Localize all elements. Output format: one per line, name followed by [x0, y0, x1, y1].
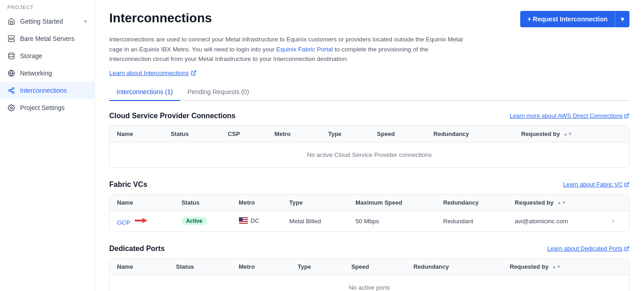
chevron-down-icon: ▾: [84, 18, 87, 25]
tabs-bar: Interconnections (1) Pending Requests (0…: [109, 84, 629, 101]
col-csp: CSP: [220, 126, 267, 142]
col-status: Status: [174, 195, 232, 211]
request-interconnection-button[interactable]: + Request Interconnection ▾: [520, 11, 629, 27]
sidebar-item-project-settings[interactable]: Project Settings: [0, 99, 94, 116]
status-badge: Active: [182, 217, 207, 225]
col-requested-by: Requested by ▲▼: [502, 259, 629, 275]
cloud-section-title: Cloud Service Provider Connections: [109, 112, 235, 120]
sidebar-item-storage[interactable]: Storage: [0, 47, 94, 65]
learn-interconnections-link[interactable]: Learn about Interconnections: [109, 70, 197, 76]
sidebar-item-label: Project Settings: [20, 104, 65, 111]
sidebar: PROJECT Getting Started ▾ Bare Metal Ser…: [0, 0, 95, 291]
svg-marker-12: [142, 218, 147, 223]
col-type: Type: [290, 259, 344, 275]
cloud-section-header: Cloud Service Provider Connections Learn…: [109, 112, 629, 120]
cell-row-arrow[interactable]: ›: [605, 211, 629, 231]
external-link-icon: [191, 70, 197, 76]
sidebar-item-bare-metal[interactable]: Bare Metal Servers: [0, 30, 94, 47]
svg-point-4: [9, 53, 14, 55]
tab-pending-requests[interactable]: Pending Requests (0): [180, 84, 256, 101]
dedicated-table: Name Status Metro Type Speed Redundancy …: [109, 258, 629, 291]
col-requested-by: Requested by ▲▼: [514, 126, 629, 142]
sidebar-item-networking[interactable]: Networking: [0, 65, 94, 82]
gear-icon: [7, 104, 15, 112]
project-label: PROJECT: [0, 0, 94, 13]
col-status: Status: [163, 126, 220, 142]
svg-line-9: [626, 114, 629, 116]
cell-max-speed: 50 Mbps: [348, 211, 436, 231]
metro-flag: DC: [239, 217, 260, 224]
dedicated-section: Dedicated Ports Learn about Dedicated Po…: [109, 245, 629, 291]
sort-icon[interactable]: ▲▼: [557, 201, 566, 205]
col-action: [605, 195, 629, 211]
table-row[interactable]: GCP Active: [110, 211, 629, 231]
col-metro: Metro: [232, 195, 282, 211]
server-icon: [7, 35, 15, 43]
row-navigate-icon[interactable]: ›: [612, 217, 614, 225]
learn-fabric-vc-link[interactable]: Learn about Fabric VC: [563, 181, 629, 188]
svg-rect-0: [8, 35, 14, 38]
cell-redundancy: Redundant: [436, 211, 507, 231]
interconnect-icon: [7, 86, 15, 95]
dropdown-chevron-icon[interactable]: ▾: [615, 11, 629, 27]
col-name: Name: [110, 259, 169, 275]
col-redundancy: Redundancy: [426, 126, 514, 142]
main-content: Interconnections + Request Interconnecti…: [95, 0, 644, 291]
col-max-speed: Maximum Speed: [348, 195, 436, 211]
external-link-icon: [624, 182, 629, 187]
request-button-label: + Request Interconnection: [520, 11, 615, 27]
external-link-icon: [624, 246, 629, 251]
gcp-link[interactable]: GCP: [117, 219, 130, 226]
col-requested-by: Requested by ▲▼: [507, 195, 605, 211]
cell-status: Active: [174, 211, 232, 231]
fabric-portal-link[interactable]: Equinix Fabric Portal: [276, 46, 333, 53]
fabric-section: Fabric VCs Learn about Fabric VC Name St…: [109, 181, 629, 232]
col-name: Name: [110, 195, 174, 211]
svg-line-8: [193, 70, 196, 73]
sidebar-item-label: Networking: [20, 70, 52, 77]
svg-rect-1: [8, 39, 14, 41]
svg-line-10: [626, 182, 629, 185]
dedicated-section-header: Dedicated Ports Learn about Dedicated Po…: [109, 245, 629, 253]
learn-aws-direct-link[interactable]: Learn more about AWS Direct Connections: [510, 112, 629, 119]
cloud-table: Name Status CSP Metro Type Speed Redunda…: [109, 125, 629, 168]
sort-icon[interactable]: ▲▼: [563, 132, 573, 136]
col-name: Name: [110, 126, 163, 142]
svg-line-13: [626, 246, 629, 249]
learn-dedicated-ports-link[interactable]: Learn about Dedicated Ports: [548, 245, 630, 252]
home-icon: [7, 17, 15, 25]
col-status: Status: [169, 259, 232, 275]
sidebar-item-label: Getting Started: [20, 18, 63, 25]
col-redundancy: Redundancy: [406, 259, 502, 275]
col-type: Type: [321, 126, 370, 142]
col-metro: Metro: [267, 126, 321, 142]
fabric-table: Name Status Metro Type Maximum Speed Red…: [109, 194, 629, 232]
sidebar-item-getting-started[interactable]: Getting Started ▾: [0, 13, 94, 30]
col-speed: Speed: [370, 126, 426, 142]
sidebar-item-label: Storage: [20, 52, 42, 60]
col-metro: Metro: [231, 259, 290, 275]
sidebar-item-label: Bare Metal Servers: [20, 35, 75, 42]
tab-interconnections[interactable]: Interconnections (1): [109, 84, 180, 101]
description-text: Interconnections are used to connect you…: [109, 35, 464, 64]
col-speed: Speed: [344, 259, 406, 275]
dedicated-section-title: Dedicated Ports: [109, 245, 165, 253]
fabric-section-header: Fabric VCs Learn about Fabric VC: [109, 181, 629, 189]
page-title: Interconnections: [109, 11, 212, 25]
network-icon: [7, 69, 15, 77]
sidebar-item-label: Interconnections: [20, 87, 67, 94]
cell-name: GCP: [110, 211, 174, 231]
cloud-section: Cloud Service Provider Connections Learn…: [109, 112, 629, 168]
cell-requested-by: avi@atomicinc.com: [507, 211, 605, 231]
page-header: Interconnections + Request Interconnecti…: [109, 11, 629, 27]
us-flag-icon: [239, 217, 248, 224]
sort-icon[interactable]: ▲▼: [552, 265, 561, 269]
cell-type: Metal Billed: [282, 211, 348, 231]
storage-icon: [7, 52, 15, 60]
cloud-empty-row: No active Cloud Service Provider connect…: [110, 142, 629, 167]
sidebar-item-interconnections[interactable]: Interconnections: [0, 82, 94, 99]
dedicated-empty-row: No active ports: [110, 275, 629, 291]
external-link-icon: [624, 113, 629, 119]
col-type: Type: [282, 195, 348, 211]
red-arrow-indicator: [135, 216, 147, 225]
